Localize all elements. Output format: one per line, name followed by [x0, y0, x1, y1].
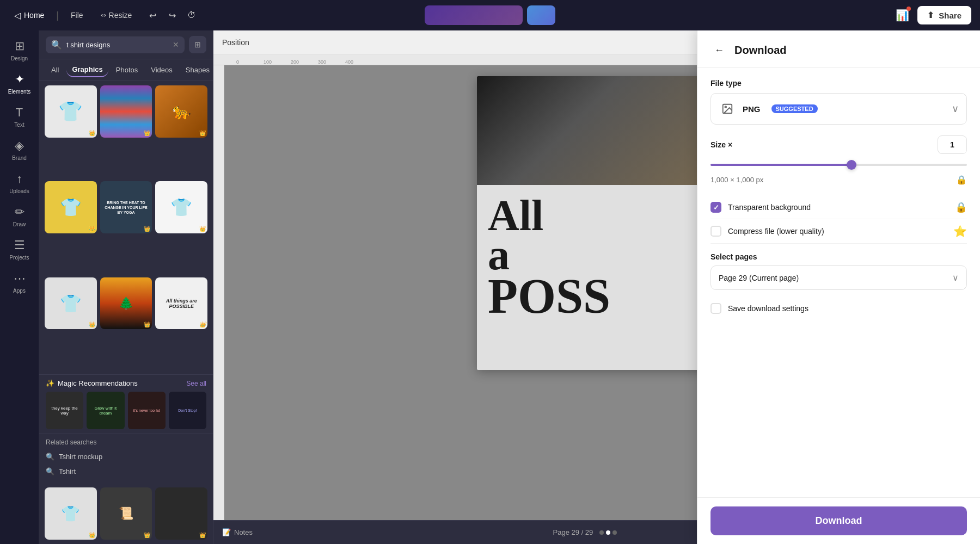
slider-thumb[interactable]: [847, 160, 856, 170]
page-dot-current: [606, 530, 610, 535]
pages-select[interactable]: Page 29 (Current page) ∨: [710, 265, 967, 290]
grid-item-6[interactable]: 👕 👑: [155, 181, 207, 233]
related-tshirt[interactable]: 🔍 Tshirt: [46, 464, 206, 479]
share-label: Share: [939, 11, 961, 20]
analytics-button[interactable]: 📊: [891, 4, 913, 26]
grid-item-1[interactable]: 👕 👑: [45, 85, 97, 138]
resize-label: Resize: [109, 11, 132, 20]
tab-graphics[interactable]: Graphics: [66, 63, 108, 77]
notes-icon: 📝: [222, 528, 231, 536]
uploads-label: Uploads: [9, 188, 29, 194]
search-icon: 🔍: [51, 40, 62, 50]
magic-item-3[interactable]: it's never too lat: [128, 392, 166, 429]
sidebar-item-text[interactable]: T Text: [3, 101, 36, 132]
magic-item-4[interactable]: Don't Stop!: [169, 392, 206, 429]
brand-label: Brand: [12, 155, 27, 161]
slider-fill: [710, 164, 852, 166]
ruler-mark-300: 300: [317, 59, 344, 65]
magic-item-2[interactable]: Glow with it dream: [87, 392, 124, 429]
share-button[interactable]: ⬆ Share: [917, 6, 971, 24]
ruler-mark-0: 0: [235, 59, 262, 65]
grid-item-9[interactable]: All things are POSSIBLE 👑: [155, 277, 207, 330]
grid-item-7[interactable]: 👕 👑: [45, 277, 97, 330]
slider-track: [710, 164, 967, 166]
size-slider[interactable]: [710, 159, 967, 170]
sidebar-item-elements[interactable]: ✦ Elements: [3, 68, 36, 99]
magic-see-all-button[interactable]: See all: [186, 380, 206, 387]
page-dots: [599, 530, 617, 535]
save-settings-row: Save download settings: [710, 299, 967, 318]
canvas-big-text: AllaPOSS: [488, 196, 716, 318]
grid-item-3[interactable]: 🐆 👑: [155, 85, 207, 138]
bottom-item-1[interactable]: 👕 👑: [45, 487, 97, 540]
position-label: Position: [222, 38, 249, 47]
file-label: File: [71, 11, 83, 20]
tab-photos[interactable]: Photos: [111, 63, 143, 77]
share-icon: ⬆: [927, 10, 934, 20]
crown-icon-6: 👑: [199, 226, 206, 232]
notification-dot: [906, 7, 911, 11]
sidebar-item-brand[interactable]: ◈ Brand: [3, 134, 36, 165]
pages-select-chevron-icon: ∨: [952, 273, 959, 283]
text-label: Text: [14, 122, 24, 128]
size-label: Size ×: [710, 140, 732, 149]
crown-bottom-2: 👑: [144, 532, 150, 538]
bottom-items-grid: 👕 👑 📜 👑 👑: [39, 483, 213, 544]
sidebar-item-uploads[interactable]: ↑ Uploads: [3, 168, 36, 199]
v-ruler-marks: 900 800 700 600 500 400 300 200 100: [213, 71, 224, 155]
search-clear-button[interactable]: ✕: [173, 40, 179, 49]
file-type-chevron-icon: ∨: [952, 103, 959, 115]
canvas-image-top: [477, 76, 727, 185]
select-pages-label: Select pages: [710, 252, 967, 261]
grid-item-8[interactable]: 🌲 👑: [100, 277, 152, 330]
sidebar-item-projects[interactable]: ☰ Projects: [3, 234, 36, 265]
file-menu[interactable]: File: [65, 8, 89, 23]
related-tshirt-mockup[interactable]: 🔍 Tshirt mockup: [46, 449, 206, 464]
crown-icon-3: 👑: [199, 130, 206, 136]
topbar-separator: |: [56, 10, 59, 21]
grid-item-5[interactable]: BRING THE HEAT TO CHANGE IN YOUR LIFE BY…: [100, 181, 152, 233]
sidebar-item-apps[interactable]: ⋯ Apps: [3, 267, 36, 298]
search-input-wrap[interactable]: 🔍 ✕: [46, 36, 185, 53]
ruler-mark-400: 400: [344, 59, 371, 65]
grid-item-2[interactable]: 👑: [100, 85, 152, 138]
page-nav: Page 29 / 29: [553, 528, 617, 536]
magic-grid: they keep the way Glow with it dream it'…: [46, 392, 206, 429]
ruler-mark-200: 200: [290, 59, 317, 65]
timer-button[interactable]: ⏱: [183, 7, 200, 24]
bottom-item-2[interactable]: 📜 👑: [100, 487, 152, 540]
compress-checkbox[interactable]: [710, 226, 721, 237]
tab-all[interactable]: All: [46, 63, 64, 77]
notes-button[interactable]: 📝 Notes: [222, 528, 253, 536]
download-button[interactable]: Download: [710, 506, 967, 535]
projects-label: Projects: [9, 255, 29, 261]
filter-button[interactable]: ⊞: [189, 36, 206, 53]
main-area: ⊞ Design ✦ Elements T Text ◈ Brand ↑ Upl…: [0, 30, 980, 544]
file-type-name: PNG: [743, 104, 761, 114]
grid-item-4[interactable]: 👕 👑: [45, 181, 97, 233]
bottom-item-3[interactable]: 👑: [155, 487, 207, 540]
page-dot-next: [612, 530, 617, 535]
topbar-right: 📊 ⬆ Share: [891, 4, 971, 26]
home-button[interactable]: ◁ Home: [9, 7, 50, 24]
download-back-button[interactable]: ←: [710, 41, 728, 59]
projects-icon: ☰: [14, 238, 25, 252]
redo-button[interactable]: ↪: [163, 7, 181, 24]
sidebar-item-draw[interactable]: ✏ Draw: [3, 201, 36, 232]
search-related-icon-1: 🔍: [46, 453, 54, 461]
svg-point-1: [725, 106, 726, 108]
transparent-bg-checkbox[interactable]: [710, 202, 721, 213]
download-button-label: Download: [816, 515, 862, 527]
resize-button[interactable]: ⇔ Resize: [95, 8, 138, 23]
tab-shapes[interactable]: Shapes: [180, 63, 213, 77]
tab-videos[interactable]: Videos: [145, 63, 178, 77]
magic-item-1[interactable]: they keep the way: [46, 392, 83, 429]
download-title: Download: [734, 44, 787, 57]
file-type-select[interactable]: PNG SUGGESTED ∨: [710, 93, 967, 125]
undo-button[interactable]: ↩: [144, 7, 161, 24]
search-input[interactable]: [66, 41, 168, 49]
sidebar-item-design[interactable]: ⊞ Design: [3, 35, 36, 66]
save-settings-checkbox[interactable]: [710, 303, 721, 314]
brand-icon: ◈: [15, 139, 24, 153]
canvas-page: Page 29 - Add page title AllaPOSS: [477, 76, 727, 370]
